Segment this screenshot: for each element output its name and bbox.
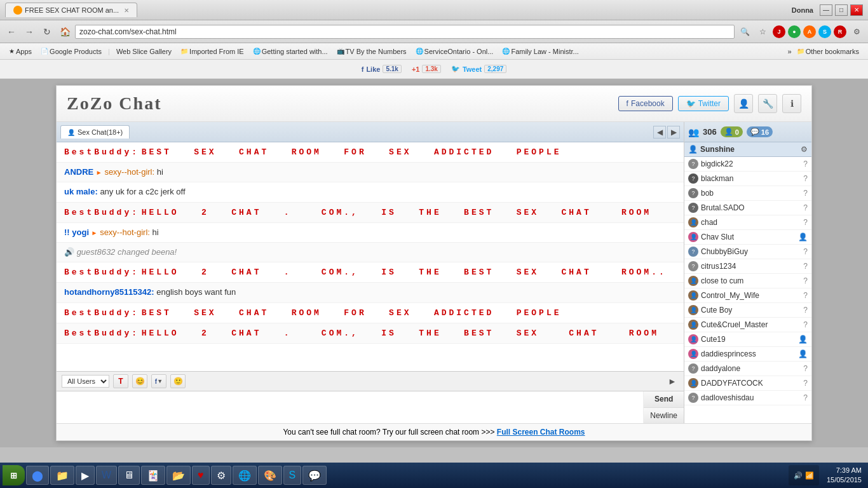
user-action-icon[interactable]: ?: [803, 174, 808, 183]
addon-green[interactable]: ●: [788, 25, 801, 38]
bookmark-apps[interactable]: ★ Apps: [5, 46, 36, 57]
settings-gear-icon[interactable]: ⚙: [801, 145, 808, 154]
addon-r[interactable]: R: [834, 25, 846, 38]
list-item[interactable]: ? daddyalone ?: [684, 362, 811, 376]
tab-close-icon[interactable]: ✕: [124, 7, 129, 14]
list-item[interactable]: 👤 Cute&Cruel_Master ?: [684, 318, 811, 332]
taskbar-control[interactable]: 🖥: [118, 466, 140, 485]
taskbar-hearts[interactable]: ♥: [192, 466, 210, 485]
taskbar-skype[interactable]: S: [283, 466, 302, 485]
facebook-button[interactable]: f Facebook: [618, 96, 673, 111]
taskbar-chrome[interactable]: ⬤: [26, 466, 49, 485]
user-icon-button[interactable]: 👤: [734, 94, 753, 113]
user-action-icon[interactable]: ?: [803, 218, 808, 227]
user-action-icon[interactable]: ?: [803, 306, 808, 315]
taskbar-globe[interactable]: 🌐: [233, 466, 257, 485]
taskbar-messenger[interactable]: 💬: [302, 466, 327, 485]
user-action-icon[interactable]: ?: [803, 393, 808, 402]
user-action-icon[interactable]: ?: [803, 203, 808, 212]
user-select[interactable]: All Users: [62, 375, 109, 388]
tab-prev-button[interactable]: ◀: [653, 126, 666, 139]
taskbar-folder[interactable]: 📁: [50, 466, 74, 485]
tools-button[interactable]: ⚙: [849, 24, 864, 39]
list-item[interactable]: 👤 Chav Slut 👤: [684, 230, 811, 245]
home-button[interactable]: 🏠: [57, 24, 72, 39]
star-button[interactable]: ☆: [755, 24, 770, 39]
back-button[interactable]: ←: [4, 24, 19, 39]
user-action-icon[interactable]: ?: [803, 364, 808, 373]
refresh-button[interactable]: ↻: [39, 24, 55, 39]
list-item[interactable]: 👤 Cute Boy ?: [684, 303, 811, 318]
tweet-button[interactable]: 🐦 Tweet 2,297: [451, 65, 506, 73]
list-item[interactable]: ? bob ?: [684, 186, 811, 201]
user-action-icon[interactable]: ?: [803, 291, 808, 300]
bookmark-google[interactable]: 📄 Google Products: [37, 46, 105, 57]
user-action-icon[interactable]: ?: [803, 189, 808, 198]
taskbar-cards[interactable]: 🃏: [141, 466, 165, 485]
taskbar-paint[interactable]: 🎨: [258, 466, 282, 485]
maximize-button[interactable]: □: [835, 4, 848, 16]
user-action-icon[interactable]: 👤: [798, 335, 808, 344]
list-item[interactable]: 👤 chad ?: [684, 215, 811, 230]
user-action-icon[interactable]: 👤: [798, 349, 808, 358]
expand-toolbar-button[interactable]: ►: [666, 375, 679, 388]
bookmark-other[interactable]: 📁 Other bookmarks: [793, 46, 863, 57]
search-button[interactable]: 🔍: [737, 24, 752, 39]
bookmark-serviceontario[interactable]: 🌐 ServiceOntario - Onl...: [412, 46, 498, 57]
twitter-button[interactable]: 🐦 Twitter: [678, 96, 729, 111]
tab-nav-buttons: ◀ ▶: [653, 126, 680, 139]
forward-button[interactable]: →: [22, 24, 37, 39]
emoji-button[interactable]: 😊: [132, 374, 147, 388]
taskbar-settings[interactable]: ⚙: [211, 466, 231, 485]
addon-abp[interactable]: A: [803, 25, 816, 38]
bookmark-tv[interactable]: 📺 TV By the Numbers: [333, 46, 410, 57]
list-item[interactable]: ? blackman ?: [684, 172, 811, 186]
list-item[interactable]: 👤 DADDYFATCOCK ?: [684, 376, 811, 391]
list-item[interactable]: 👤 daddiesprincess 👤: [684, 347, 811, 362]
active-chat-tab[interactable]: 👤 Sex Chat(18+): [60, 125, 130, 139]
taskbar-media[interactable]: ▶: [76, 466, 95, 485]
active-tab[interactable]: FREE SEX CHAT ROOM an... ✕: [5, 3, 137, 17]
user-action-icon[interactable]: ?: [803, 247, 808, 256]
addon-jv[interactable]: J: [773, 25, 785, 38]
list-item[interactable]: ? Brutal.SADO ?: [684, 201, 811, 215]
send-button[interactable]: Send: [644, 391, 684, 408]
user-action-icon[interactable]: ?: [803, 320, 808, 329]
facebook-share-button[interactable]: f ▼: [151, 374, 166, 388]
emoticon-button[interactable]: 🙂: [170, 374, 186, 388]
newline-button[interactable]: Newline: [644, 408, 684, 424]
list-item[interactable]: ? citrus1234 ?: [684, 259, 811, 274]
bookmark-imported[interactable]: 📁 Imported From IE: [177, 46, 248, 57]
address-bar[interactable]: [75, 25, 735, 39]
user-action-icon[interactable]: ?: [803, 159, 808, 168]
bookmark-getting-started[interactable]: 🌐 Getting started with...: [249, 46, 332, 57]
messages-area[interactable]: BestBuddy: BEST SEX CHAT ROOM FOR SEX AD…: [57, 142, 684, 371]
bookmark-familylaw[interactable]: 🌐 Family Law - Ministr...: [498, 46, 582, 57]
font-button[interactable]: T: [113, 374, 128, 388]
list-item[interactable]: ? ChubbyBiGuy ?: [684, 245, 811, 259]
list-item[interactable]: ? bigdick22 ?: [684, 157, 811, 172]
list-item[interactable]: 👤 close to cum ?: [684, 274, 811, 288]
start-button[interactable]: ⊞: [3, 465, 25, 485]
info-icon-button[interactable]: ℹ: [782, 94, 801, 113]
gplus-button[interactable]: +1 1.3k: [412, 65, 441, 73]
facebook-like-button[interactable]: f Like 5.1k: [362, 65, 402, 73]
addon-skype[interactable]: S: [818, 25, 831, 38]
users-list[interactable]: ? bigdick22 ? ? blackman ? ? bob ?: [684, 157, 811, 423]
fullscreen-link[interactable]: Full Screen Chat Rooms: [497, 428, 585, 437]
close-button[interactable]: ✕: [850, 4, 863, 16]
settings-icon-button[interactable]: 🔧: [758, 94, 777, 113]
list-item[interactable]: 👤 Cute19 👤: [684, 332, 811, 347]
list-item[interactable]: 👤 Control_My_Wife ?: [684, 288, 811, 303]
tab-next-button[interactable]: ▶: [667, 126, 680, 139]
taskbar-folder2[interactable]: 📂: [166, 466, 191, 485]
user-action-icon[interactable]: 👤: [798, 233, 808, 241]
bookmark-webslice[interactable]: Web Slice Gallery: [112, 46, 175, 57]
minimize-button[interactable]: —: [820, 4, 832, 16]
user-action-icon[interactable]: ?: [803, 276, 808, 285]
taskbar-word[interactable]: W: [96, 466, 117, 485]
list-item[interactable]: ? dadloveshisdau ?: [684, 391, 811, 405]
chat-input[interactable]: [57, 391, 643, 423]
user-action-icon[interactable]: ?: [803, 379, 808, 388]
user-action-icon[interactable]: ?: [803, 262, 808, 271]
